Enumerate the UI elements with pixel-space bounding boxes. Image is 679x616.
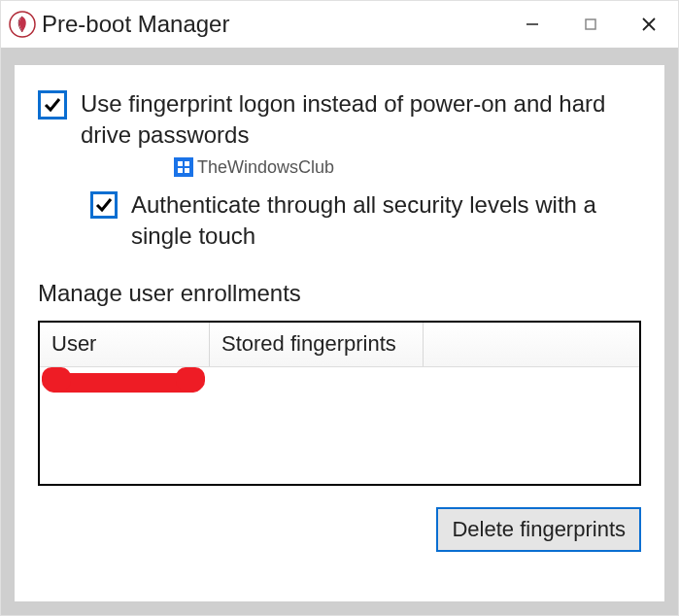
column-spacer xyxy=(424,323,639,366)
window-controls xyxy=(503,1,678,48)
delete-fingerprints-button[interactable]: Delete fingerprints xyxy=(436,507,641,552)
window-title: Pre-boot Manager xyxy=(42,11,229,38)
section-enrollments-label: Manage user enrollments xyxy=(38,280,641,307)
column-stored[interactable]: Stored fingerprints xyxy=(210,323,424,366)
minimize-button[interactable] xyxy=(503,1,561,48)
table-header: User Stored fingerprints xyxy=(40,323,639,367)
watermark-icon xyxy=(174,157,193,177)
button-row: Delete fingerprints xyxy=(38,507,641,552)
option-single-touch: Authenticate through all security levels… xyxy=(90,189,641,253)
redacted-user-row[interactable] xyxy=(44,373,203,393)
option-fingerprint-logon: Use fingerprint logon instead of power-o… xyxy=(38,88,641,152)
svg-rect-2 xyxy=(586,19,595,29)
enrollments-table: User Stored fingerprints xyxy=(38,321,641,486)
svg-rect-7 xyxy=(178,168,183,173)
content-panel: Use fingerprint logon instead of power-o… xyxy=(15,65,664,601)
watermark: TheWindowsClub xyxy=(174,157,641,178)
label-fingerprint-logon: Use fingerprint logon instead of power-o… xyxy=(81,88,641,152)
app-icon xyxy=(9,11,36,38)
close-button[interactable] xyxy=(620,1,678,48)
checkbox-fingerprint-logon[interactable] xyxy=(38,90,67,120)
svg-rect-6 xyxy=(185,161,189,166)
titlebar: Pre-boot Manager xyxy=(1,1,678,48)
label-single-touch: Authenticate through all security levels… xyxy=(131,189,641,253)
svg-rect-8 xyxy=(185,168,189,173)
svg-rect-5 xyxy=(178,161,183,166)
checkbox-single-touch[interactable] xyxy=(90,191,118,219)
column-user[interactable]: User xyxy=(40,323,210,366)
maximize-button[interactable] xyxy=(561,1,620,48)
window: Pre-boot Manager Use fingerprint logon i… xyxy=(0,0,679,616)
content-frame: Use fingerprint logon instead of power-o… xyxy=(1,48,678,615)
table-body[interactable] xyxy=(40,367,639,484)
watermark-text: TheWindowsClub xyxy=(197,157,334,178)
